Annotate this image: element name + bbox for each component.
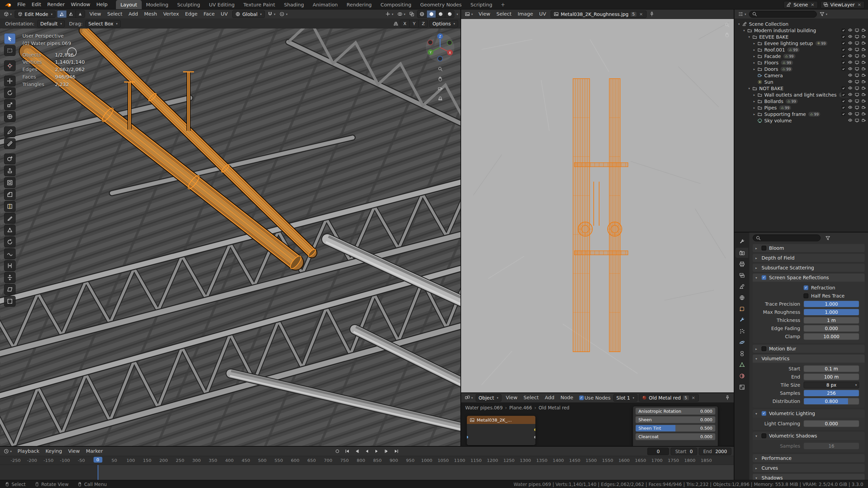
drag-mode-dropdown[interactable]: Select Box▾	[85, 20, 121, 27]
jump-to-start-button[interactable]	[343, 448, 352, 455]
disclosure-open-icon[interactable]: ▾	[742, 29, 747, 32]
outliner-row-not-bake[interactable]: ▾NOT BAKE	[734, 85, 868, 92]
transform-orientation-dropdown[interactable]: Global▾	[232, 11, 265, 18]
properties-tab-modifiers[interactable]	[735, 315, 748, 325]
uv-menu-view[interactable]: View	[476, 11, 493, 18]
disable-in-viewports-toggle[interactable]	[855, 118, 859, 123]
disclosure-closed-icon[interactable]: ▸	[752, 67, 757, 71]
editor-type-button[interactable]: ▾	[2, 11, 13, 17]
uv-canvas[interactable]	[461, 19, 734, 392]
uv-menu-uv[interactable]: UV	[536, 11, 549, 18]
properties-tab-physics[interactable]	[735, 337, 748, 347]
hide-in-viewport-toggle[interactable]	[848, 47, 852, 52]
viewport-menu-add[interactable]: Add	[125, 11, 141, 18]
node-principled-bsdf[interactable]: Anisotropic Rotation0.000Sheen0.000Sheen…	[633, 406, 718, 446]
tool-shear[interactable]	[4, 284, 16, 295]
tool-bevel[interactable]	[4, 189, 16, 200]
tool-annotate[interactable]	[4, 126, 16, 137]
disclosure-closed-icon[interactable]: ▸	[752, 113, 757, 116]
tool-knife[interactable]	[4, 213, 16, 224]
end-field[interactable]: 100 m	[804, 373, 859, 380]
pan-button[interactable]	[725, 32, 730, 37]
disclosure-open-icon[interactable]: ▾	[736, 22, 742, 26]
orientation-gizmo[interactable]: Z X Y	[425, 32, 456, 63]
workspace-tab-rendering[interactable]: Rendering	[342, 0, 376, 9]
start-field[interactable]: 0.1 m	[804, 365, 859, 372]
disable-in-renders-toggle[interactable]	[862, 112, 866, 116]
blender-logo-icon[interactable]	[3, 1, 14, 9]
filter-button[interactable]: ▾	[818, 11, 829, 17]
viewport-menu-vertex[interactable]: Vertex	[160, 11, 182, 18]
properties-tab-particles[interactable]	[735, 326, 748, 336]
node-image-texture[interactable]: Metal038_2K_…	[467, 415, 536, 445]
panel-checkbox[interactable]	[762, 246, 766, 250]
timeline-menu-marker[interactable]: Marker	[83, 448, 106, 455]
node-header[interactable]: Metal038_2K_…	[467, 416, 535, 424]
properties-tab-material[interactable]	[735, 371, 748, 381]
panel-header-volumetric-lighting[interactable]: ▾✓Volumetric Lighting	[753, 409, 865, 418]
properties-tab-scene[interactable]	[735, 281, 748, 291]
shader-menu-view[interactable]: View	[503, 394, 520, 401]
playhead[interactable]: 0	[93, 457, 102, 463]
timeline-menu-keying[interactable]: Keying	[42, 448, 65, 455]
tool-move[interactable]	[4, 76, 16, 86]
tool-shrink-fatten[interactable]	[4, 272, 16, 283]
properties-tab-object[interactable]	[735, 304, 748, 314]
face-select-button[interactable]	[76, 11, 85, 18]
tool-select-box[interactable]	[4, 45, 16, 56]
outliner-row-scene-collection[interactable]: ▾Scene Collection	[734, 21, 868, 27]
hide-in-viewport-toggle[interactable]	[848, 118, 852, 123]
uv-menu-image[interactable]: Image	[515, 11, 536, 18]
xray-toggle[interactable]	[408, 11, 416, 17]
viewport-menu-view[interactable]: View	[86, 11, 104, 18]
editor-type-button[interactable]: ▾	[463, 394, 474, 401]
exclude-collection-checkbox[interactable]	[841, 112, 846, 116]
tool-transform[interactable]	[4, 111, 16, 122]
mode-dropdown[interactable]: Edit Mode▾	[15, 11, 56, 18]
panel-header-volumetrics[interactable]: ▾Volumetrics	[753, 354, 865, 363]
panel-header-curves[interactable]: ▸Curves	[753, 464, 865, 472]
edge-fading-slider[interactable]: 0.000	[804, 325, 859, 332]
panel-header-screen-space-reflections[interactable]: ▾✓Screen Space Reflections	[753, 273, 865, 282]
shading-solid-button[interactable]	[427, 11, 436, 18]
panel-checkbox[interactable]	[762, 346, 766, 351]
disable-in-renders-toggle[interactable]	[862, 73, 866, 78]
tool-edge-slide[interactable]	[4, 260, 16, 271]
jump-to-end-button[interactable]	[392, 448, 401, 455]
disable-in-renders-toggle[interactable]	[862, 86, 866, 90]
disable-in-renders-toggle[interactable]	[862, 93, 866, 97]
viewlayer-selector[interactable]: ViewLayer ×	[821, 1, 865, 8]
hide-in-viewport-toggle[interactable]	[848, 86, 852, 90]
disclosure-closed-icon[interactable]: ▸	[752, 48, 757, 52]
outliner-row-sun[interactable]: Sun	[734, 79, 868, 85]
disable-in-viewports-toggle[interactable]	[855, 112, 859, 116]
outliner-row-sky-volume[interactable]: Sky volume	[734, 117, 868, 124]
exclude-collection-checkbox[interactable]	[841, 35, 846, 39]
hide-in-viewport-toggle[interactable]	[848, 41, 852, 45]
timeline-menu-view[interactable]: View	[65, 448, 83, 455]
viewport-menu-edge[interactable]: Edge	[182, 11, 201, 18]
current-frame-field[interactable]: 0	[647, 448, 669, 455]
tool-rotate[interactable]	[4, 87, 16, 98]
distribution-slider[interactable]: 0.800	[804, 398, 859, 405]
properties-tab-constraints[interactable]	[735, 348, 748, 359]
pin-image-toggle[interactable]	[648, 11, 656, 17]
vertex-select-button[interactable]	[57, 11, 66, 18]
editor-type-button[interactable]: ▾	[737, 11, 748, 17]
outliner-row-facade[interactable]: ▸Facade99	[734, 53, 868, 59]
tool-tweak[interactable]	[4, 33, 16, 44]
workspace-tab-shading[interactable]: Shading	[279, 0, 308, 9]
disable-in-renders-toggle[interactable]	[862, 118, 866, 123]
workspace-tab-compositing[interactable]: Compositing	[376, 0, 416, 9]
app-menu-help[interactable]: Help	[93, 1, 111, 8]
refraction-checkbox[interactable]: ✓	[804, 285, 808, 290]
snap-toggle[interactable]: ▾	[266, 11, 277, 17]
disable-in-renders-toggle[interactable]	[862, 80, 866, 84]
viewport-menu-face[interactable]: Face	[200, 11, 218, 18]
clamp-field[interactable]: 10.000	[804, 333, 859, 340]
exclude-collection-checkbox[interactable]	[841, 99, 846, 103]
workspace-tab-geometry-nodes[interactable]: Geometry Nodes	[416, 0, 466, 9]
disable-in-viewports-toggle[interactable]	[855, 105, 859, 110]
exclude-collection-checkbox[interactable]	[841, 28, 846, 33]
unlink-viewlayer-button[interactable]: ×	[857, 2, 862, 7]
